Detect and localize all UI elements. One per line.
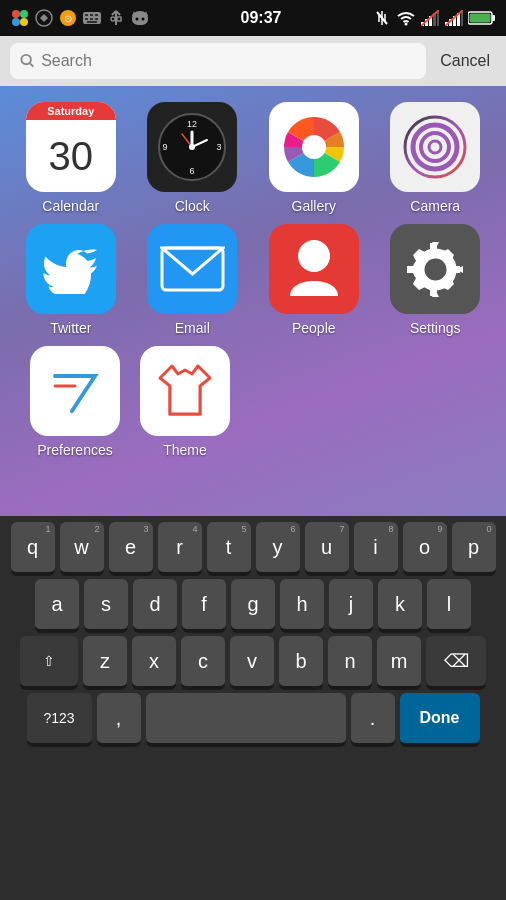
app-item-camera[interactable]: Camera — [380, 102, 490, 214]
app-label-settings: Settings — [410, 320, 461, 336]
app-item-calendar[interactable]: Saturday 30 Calendar — [16, 102, 126, 214]
status-icon-keyboard — [82, 8, 102, 28]
app-label-clock: Clock — [175, 198, 210, 214]
twitter-icon — [26, 224, 116, 314]
key-l[interactable]: l — [427, 579, 471, 631]
key-h[interactable]: h — [280, 579, 324, 631]
key-o[interactable]: o9 — [403, 522, 447, 574]
key-i[interactable]: i8 — [354, 522, 398, 574]
key-a[interactable]: a — [35, 579, 79, 631]
key-n[interactable]: n — [328, 636, 372, 688]
key-comma[interactable]: , — [97, 693, 141, 745]
svg-rect-9 — [90, 14, 93, 16]
keyboard-row-2: a s d f g h j k l — [4, 579, 502, 631]
app-item-clock[interactable]: 12 3 6 9 Clock — [137, 102, 247, 214]
key-u[interactable]: u7 — [305, 522, 349, 574]
svg-rect-14 — [87, 21, 97, 23]
signal-icon-1 — [420, 8, 440, 28]
email-icon — [147, 224, 237, 314]
keyboard-row-4: ?123 , . Done — [4, 693, 502, 745]
search-bar: Cancel — [0, 36, 506, 86]
app-item-preferences[interactable]: Preferences — [20, 346, 130, 458]
key-space[interactable] — [146, 693, 346, 745]
key-m[interactable]: m — [377, 636, 421, 688]
svg-text:6: 6 — [190, 166, 195, 176]
calendar-day-name: Saturday — [26, 102, 116, 120]
app-item-email[interactable]: Email — [137, 224, 247, 336]
battery-icon — [468, 8, 496, 28]
key-k[interactable]: k — [378, 579, 422, 631]
status-icon-usb — [106, 8, 126, 28]
key-v[interactable]: v — [230, 636, 274, 688]
svg-point-62 — [424, 258, 446, 280]
status-icon-2 — [34, 8, 54, 28]
app-item-twitter[interactable]: Twitter — [16, 224, 126, 336]
app-item-gallery[interactable]: Gallery — [259, 102, 369, 214]
key-j[interactable]: j — [329, 579, 373, 631]
key-d[interactable]: d — [133, 579, 177, 631]
app-label-twitter: Twitter — [50, 320, 91, 336]
svg-point-39 — [21, 55, 30, 64]
key-backspace[interactable]: ⌫ — [426, 636, 486, 688]
key-period[interactable]: . — [351, 693, 395, 745]
key-t[interactable]: t5 — [207, 522, 251, 574]
search-input-container[interactable] — [10, 43, 426, 79]
svg-rect-63 — [42, 358, 108, 424]
key-p[interactable]: p0 — [452, 522, 496, 574]
svg-rect-11 — [85, 18, 88, 20]
app-label-calendar: Calendar — [42, 198, 99, 214]
app-grid: Saturday 30 Calendar 12 3 6 9 — [0, 86, 506, 516]
keyboard: q1 w2 e3 r4 t5 y6 u7 i8 o9 p0 a s d f g … — [0, 516, 506, 900]
svg-text:⊙: ⊙ — [64, 13, 72, 24]
keyboard-row-1: q1 w2 e3 r4 t5 y6 u7 i8 o9 p0 — [4, 522, 502, 574]
app-item-settings[interactable]: Settings — [380, 224, 490, 336]
svg-rect-8 — [85, 14, 88, 16]
key-s[interactable]: s — [84, 579, 128, 631]
search-icon — [20, 53, 35, 69]
app-label-camera: Camera — [410, 198, 460, 214]
key-r[interactable]: r4 — [158, 522, 202, 574]
gallery-icon — [269, 102, 359, 192]
app-item-theme[interactable]: Theme — [130, 346, 240, 458]
svg-point-23 — [404, 23, 407, 26]
status-icon-cat — [130, 8, 150, 28]
svg-rect-10 — [95, 14, 98, 16]
app-label-people: People — [292, 320, 336, 336]
key-shift[interactable]: ⇧ — [20, 636, 78, 688]
key-f[interactable]: f — [182, 579, 226, 631]
svg-point-49 — [189, 144, 195, 150]
theme-icon — [140, 346, 230, 436]
svg-point-2 — [12, 18, 20, 26]
mute-icon — [372, 8, 392, 28]
preferences-icon — [30, 346, 120, 436]
app-item-people[interactable]: People — [259, 224, 369, 336]
svg-text:9: 9 — [163, 142, 168, 152]
key-g[interactable]: g — [231, 579, 275, 631]
key-z[interactable]: z — [83, 636, 127, 688]
key-b[interactable]: b — [279, 636, 323, 688]
svg-rect-12 — [90, 18, 93, 20]
svg-point-1 — [20, 10, 28, 18]
svg-text:3: 3 — [217, 142, 222, 152]
status-bar: ⊙ — [0, 0, 506, 36]
people-icon — [269, 224, 359, 314]
key-q[interactable]: q1 — [11, 522, 55, 574]
key-sym[interactable]: ?123 — [27, 693, 92, 745]
svg-rect-37 — [492, 15, 495, 21]
status-time: 09:37 — [241, 9, 282, 27]
app-label-email: Email — [175, 320, 210, 336]
key-y[interactable]: y6 — [256, 522, 300, 574]
clock-icon: 12 3 6 9 — [147, 102, 237, 192]
status-icon-1 — [10, 8, 30, 28]
key-e[interactable]: e3 — [109, 522, 153, 574]
key-x[interactable]: x — [132, 636, 176, 688]
app-row-2: Twitter Email People — [10, 224, 496, 336]
search-input[interactable] — [41, 52, 416, 70]
key-w[interactable]: w2 — [60, 522, 104, 574]
cancel-button[interactable]: Cancel — [434, 52, 496, 70]
key-done[interactable]: Done — [400, 693, 480, 745]
settings-icon — [390, 224, 480, 314]
key-c[interactable]: c — [181, 636, 225, 688]
svg-marker-58 — [162, 248, 223, 274]
app-label-theme: Theme — [163, 442, 207, 458]
